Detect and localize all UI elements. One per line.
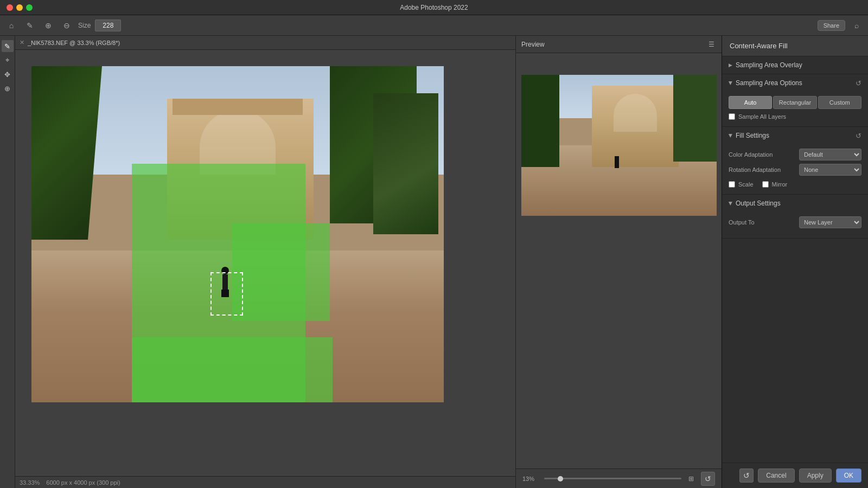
fill-settings-title: Fill Settings: [736, 132, 769, 139]
add-brush-icon[interactable]: ⊕: [41, 18, 55, 33]
brush-tool-icon[interactable]: ✎: [23, 18, 37, 33]
size-label: Size: [78, 22, 91, 29]
cancel-button[interactable]: Cancel: [758, 468, 794, 483]
preview-menu-icon[interactable]: ☰: [706, 40, 716, 49]
pen-tool-icon[interactable]: ✎: [2, 40, 14, 52]
main-toolbar: ⌂ ✎ ⊕ ⊖ Size Share ⌕: [0, 15, 868, 36]
green-selection-arch: [232, 223, 330, 321]
sampling-mode-group: Auto Rectangular Custom: [729, 96, 861, 109]
preview-arch: [614, 94, 657, 132]
fill-settings-chevron: ▶: [728, 134, 733, 138]
green-selection-bottom: [132, 337, 333, 402]
zoom-fit-icon[interactable]: ⊞: [686, 473, 697, 484]
maximize-button[interactable]: [26, 4, 33, 11]
fill-settings-header[interactable]: ▶ Fill Settings ↺: [722, 127, 868, 144]
scale-row: Scale: [729, 181, 754, 188]
output-settings-chevron: ▶: [728, 202, 733, 206]
rotation-adaptation-label: Rotation Adaptation: [729, 166, 799, 173]
sampling-area-options-section: ▶ Sampling Area Options ↺ Auto Rectangul…: [722, 74, 868, 127]
fill-settings-section: ▶ Fill Settings ↺ Color Adaptation Defau…: [722, 127, 868, 195]
sampling-options-body: Auto Rectangular Custom Sample All Layer…: [722, 92, 868, 126]
scale-checkbox[interactable]: [729, 181, 735, 188]
sample-all-layers-checkbox[interactable]: [729, 113, 735, 120]
scale-label: Scale: [738, 181, 754, 188]
left-toolbar: ✎ ⌖ ✥ ⊕: [0, 36, 15, 488]
output-to-label: Output To: [729, 219, 799, 226]
output-to-select[interactable]: New Layer Current Layer Duplicate Layer: [799, 216, 861, 228]
sampling-overlay-header[interactable]: ▶ Sampling Area Overlay: [722, 56, 868, 74]
preview-monument: [592, 86, 679, 167]
output-settings-section: ▶ Output Settings Output To New Layer Cu…: [722, 195, 868, 239]
home-icon[interactable]: ⌂: [4, 18, 18, 33]
zoom-tool-icon[interactable]: ⊕: [2, 82, 14, 94]
mirror-checkbox[interactable]: [762, 181, 769, 188]
panel-bottom-buttons: ↺ Cancel Apply OK: [722, 463, 868, 488]
canvas-image: [31, 66, 444, 402]
fill-settings-body: Color Adaptation Default None High Very …: [722, 144, 868, 194]
sampling-options-chevron: ▶: [728, 81, 733, 85]
doc-filename: _NIK5783.NEF @ 33.3% (RGB/8*): [28, 40, 120, 46]
lasso-tool-icon[interactable]: ⌖: [2, 54, 14, 66]
mirror-label: Mirror: [772, 181, 788, 188]
panel-undo-button[interactable]: ↺: [739, 468, 754, 483]
preview-right-trees: [673, 75, 717, 162]
rectangular-button[interactable]: Rectangular: [773, 96, 816, 109]
scale-mirror-row: Scale Mirror: [729, 179, 861, 188]
auto-button[interactable]: Auto: [729, 96, 772, 109]
title-bar: Adobe Photoshop 2022: [0, 0, 868, 15]
canvas-wrapper[interactable]: [15, 50, 515, 476]
content-area: ✎ ⌖ ✥ ⊕ ✕ _NIK5783.NEF @ 33.3% (RGB/8*): [0, 36, 868, 488]
close-button[interactable]: [7, 4, 13, 11]
apply-button[interactable]: Apply: [799, 468, 832, 483]
zoom-percent: 13%: [522, 476, 540, 482]
app-title: Adobe Photoshop 2022: [400, 4, 468, 11]
output-to-row: Output To New Layer Current Layer Duplic…: [729, 216, 861, 228]
preview-title: Preview: [521, 41, 545, 48]
panel-title: Content-Aware Fill: [722, 36, 868, 56]
mirror-row: Mirror: [762, 181, 788, 188]
zoom-thumb[interactable]: [558, 476, 563, 481]
search-icon[interactable]: ⌕: [850, 18, 864, 33]
monument-top: [173, 99, 303, 115]
document-tab[interactable]: ✕ _NIK5783.NEF @ 33.3% (RGB/8*): [15, 36, 515, 50]
sample-all-layers-row: Sample All Layers: [729, 113, 861, 120]
output-settings-body: Output To New Layer Current Layer Duplic…: [722, 212, 868, 238]
sampling-options-header[interactable]: ▶ Sampling Area Options ↺: [722, 74, 868, 92]
ok-button[interactable]: OK: [836, 468, 861, 483]
subtract-brush-icon[interactable]: ⊖: [60, 18, 74, 33]
fill-settings-reset-icon[interactable]: ↺: [856, 132, 861, 140]
color-adaptation-select[interactable]: Default None High Very High: [799, 149, 861, 160]
share-button[interactable]: Share: [818, 20, 845, 31]
undo-button[interactable]: ↺: [701, 472, 715, 486]
sampling-overlay-chevron: ▶: [729, 62, 732, 68]
preview-image-area: [516, 53, 722, 468]
move-tool-icon[interactable]: ✥: [2, 68, 14, 80]
color-adaptation-row: Color Adaptation Default None High Very …: [729, 149, 861, 160]
rotation-adaptation-select[interactable]: None Low Medium High Full: [799, 164, 861, 176]
mid-right-trees: [373, 93, 438, 234]
canvas-statusbar: 33.33% 6000 px x 4000 px (300 ppi): [15, 476, 515, 488]
selection-marquee: [210, 272, 243, 316]
sample-all-layers-label: Sample All Layers: [738, 113, 786, 120]
preview-image: [521, 75, 717, 216]
image-dimensions: 6000 px x 4000 px (300 ppi): [46, 479, 120, 486]
preview-person: [615, 156, 619, 168]
rotation-adaptation-row: Rotation Adaptation None Low Medium High…: [729, 164, 861, 176]
sampling-overlay-title: Sampling Area Overlay: [736, 61, 802, 69]
preview-zoom-bar: 13% ⊞ ↺: [516, 468, 722, 488]
sampling-area-overlay-section: ▶ Sampling Area Overlay: [722, 56, 868, 74]
preview-left-trees: [521, 75, 559, 167]
zoom-slider[interactable]: [544, 478, 681, 479]
custom-button[interactable]: Custom: [818, 96, 861, 109]
zoom-level: 33.33%: [20, 479, 40, 486]
content-aware-fill-panel: Content-Aware Fill ▶ Sampling Area Overl…: [722, 36, 868, 488]
preview-header: Preview ☰: [516, 36, 722, 53]
output-settings-header[interactable]: ▶ Output Settings: [722, 195, 868, 212]
minimize-button[interactable]: [16, 4, 23, 11]
preview-panel: Preview ☰ 13%: [515, 36, 722, 488]
traffic-lights: [7, 4, 33, 11]
sampling-options-reset-icon[interactable]: ↺: [856, 79, 861, 87]
size-input[interactable]: [95, 20, 121, 31]
canvas-area: ✕ _NIK5783.NEF @ 33.3% (RGB/8*): [15, 36, 515, 488]
doc-close-icon[interactable]: ✕: [20, 39, 24, 46]
